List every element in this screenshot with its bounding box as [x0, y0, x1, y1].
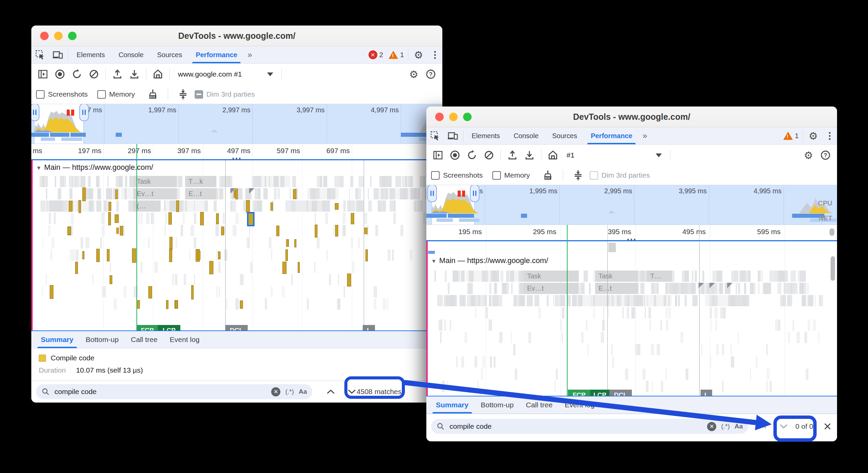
inspect-element-icon[interactable] — [31, 46, 49, 63]
history-select[interactable]: #1 — [562, 151, 667, 159]
selection-handle-left[interactable] — [427, 185, 437, 202]
fcp-marker-chip[interactable]: FCP — [137, 325, 158, 331]
close-window-button[interactable] — [40, 32, 49, 40]
toggle-sidebar-icon[interactable] — [35, 67, 51, 82]
tab-call-tree[interactable]: Call tree — [125, 331, 164, 348]
event-block[interactable]: E…t — [185, 188, 216, 199]
event-block[interactable]: Ev…t — [133, 188, 177, 199]
close-window-button[interactable] — [435, 113, 444, 121]
download-profile-icon[interactable] — [126, 67, 143, 82]
download-profile-icon[interactable] — [521, 148, 538, 163]
tab-summary[interactable]: Summary — [35, 331, 80, 348]
tab-event-log[interactable]: Event log — [559, 396, 601, 413]
timeline-overview[interactable]: 995 ms 1,995 ms 2,995 ms 3,995 ms 4,995 … — [426, 185, 837, 225]
tab-console[interactable]: Console — [112, 46, 150, 63]
inspect-element-icon[interactable] — [426, 127, 444, 144]
scroll-corner-thumb[interactable] — [830, 228, 834, 236]
zoom-window-button[interactable] — [68, 32, 77, 40]
upload-profile-icon[interactable] — [109, 67, 126, 82]
home-live-metrics-icon[interactable] — [150, 67, 166, 82]
dim-3rd-parties-checkbox[interactable] — [590, 171, 598, 180]
task-block[interactable]: Task — [595, 271, 638, 282]
match-case-toggle[interactable]: Aa — [735, 423, 743, 430]
tab-elements[interactable]: Elements — [465, 127, 507, 144]
tab-event-log[interactable]: Event log — [164, 331, 206, 348]
help-icon[interactable]: ? — [423, 67, 439, 82]
tab-sources[interactable]: Sources — [150, 46, 189, 63]
tab-call-tree[interactable]: Call tree — [520, 396, 559, 413]
collect-garbage-icon[interactable] — [145, 87, 161, 102]
home-live-metrics-icon[interactable] — [545, 148, 561, 163]
fcp-marker-chip[interactable]: FCP — [568, 390, 590, 396]
kebab-menu-icon[interactable] — [427, 46, 442, 63]
task-block[interactable]: Task — [133, 176, 177, 187]
selection-handle-left[interactable] — [31, 104, 39, 121]
anon-block[interactable]: (… — [133, 200, 161, 212]
tab-bottom-up[interactable]: Bottom-up — [475, 396, 520, 413]
regex-toggle[interactable]: (.*) — [721, 423, 730, 430]
device-toolbar-icon[interactable] — [49, 46, 67, 63]
capture-settings-gear-icon[interactable]: ⚙ — [406, 67, 422, 82]
settings-gear-icon[interactable]: ⚙ — [410, 46, 427, 63]
previous-match-button[interactable] — [323, 385, 339, 398]
capture-settings-gear-icon[interactable]: ⚙ — [800, 148, 817, 163]
screenshots-checkbox[interactable] — [431, 171, 440, 180]
clear-search-icon[interactable]: ✕ — [707, 422, 716, 431]
console-warnings-badge[interactable]: ! 1 — [386, 46, 407, 63]
timeline-overview[interactable]: 997 ms 1,997 ms 2,997 ms 3,997 ms 4,997 … — [31, 104, 442, 144]
settings-gear-icon[interactable]: ⚙ — [804, 127, 822, 144]
flame-chart-main[interactable]: ▼Main — https://www.google.com/ Task Tas… — [426, 240, 837, 396]
tab-console[interactable]: Console — [507, 127, 545, 144]
tab-elements[interactable]: Elements — [70, 46, 112, 63]
record-icon[interactable] — [447, 148, 463, 163]
clear-search-icon[interactable]: ✕ — [271, 387, 280, 396]
search-input[interactable]: compile code ✕ (.*) Aa — [431, 419, 748, 434]
history-select[interactable]: www.google.com #1 — [173, 70, 278, 78]
device-toolbar-icon[interactable] — [444, 127, 462, 144]
tab-sources[interactable]: Sources — [545, 127, 584, 144]
collapse-tracks-icon[interactable] — [570, 168, 586, 183]
more-tabs-icon[interactable]: » — [244, 46, 255, 63]
load-marker-chip[interactable]: L — [701, 390, 712, 396]
resize-dots-handle[interactable]: … — [231, 150, 242, 162]
resize-dots-handle[interactable]: … — [626, 231, 637, 243]
task-block[interactable]: Task — [524, 271, 579, 282]
more-tabs-icon[interactable]: » — [639, 127, 650, 144]
tab-performance[interactable]: Performance — [189, 46, 244, 63]
search-input[interactable]: compile code ✕ (.*) Aa — [36, 384, 312, 399]
console-errors-badge[interactable]: ✕ 2 — [366, 46, 386, 63]
reload-and-record-icon[interactable] — [464, 148, 480, 163]
dcl-marker-chip[interactable]: DCL — [225, 325, 248, 331]
window-titlebar[interactable]: DevTools - www.google.com/ — [31, 26, 442, 46]
selection-handle-right[interactable] — [79, 104, 89, 121]
selection-handle-right[interactable] — [470, 185, 479, 202]
lcp-marker-chip[interactable]: LCP — [158, 325, 180, 331]
main-track-header[interactable]: ▼Main — https://www.google.com/ — [36, 163, 153, 172]
task-block[interactable]: T…k — [185, 176, 216, 187]
memory-checkbox[interactable] — [97, 90, 106, 99]
main-track-header[interactable]: ▼Main — https://www.google.com/ — [431, 256, 548, 265]
window-titlebar[interactable]: DevTools - www.google.com/ — [426, 107, 837, 127]
screenshots-checkbox[interactable] — [36, 90, 45, 99]
record-icon[interactable] — [52, 67, 68, 82]
reload-and-record-icon[interactable] — [69, 67, 85, 82]
dim-3rd-parties-checkbox[interactable] — [195, 90, 203, 99]
tab-summary[interactable]: Summary — [430, 396, 475, 413]
task-block[interactable]: T… — [647, 271, 672, 282]
regex-toggle[interactable]: (.*) — [285, 388, 294, 395]
collect-garbage-icon[interactable] — [540, 168, 556, 183]
minimize-window-button[interactable] — [54, 32, 63, 40]
clear-recording-icon[interactable] — [481, 148, 497, 163]
selected-match-highlight[interactable] — [247, 212, 255, 226]
minimize-window-button[interactable] — [449, 113, 458, 121]
help-icon[interactable]: ? — [817, 148, 834, 163]
lcp-marker-chip[interactable]: LCP — [590, 390, 609, 396]
upload-profile-icon[interactable] — [504, 148, 521, 163]
zoom-window-button[interactable] — [463, 113, 472, 121]
collapse-tracks-icon[interactable] — [175, 87, 191, 102]
load-marker-chip[interactable]: L — [363, 325, 375, 331]
memory-checkbox[interactable] — [492, 171, 501, 180]
event-block[interactable]: E…t — [595, 283, 638, 294]
toggle-sidebar-icon[interactable] — [430, 148, 446, 163]
clear-recording-icon[interactable] — [86, 67, 102, 82]
